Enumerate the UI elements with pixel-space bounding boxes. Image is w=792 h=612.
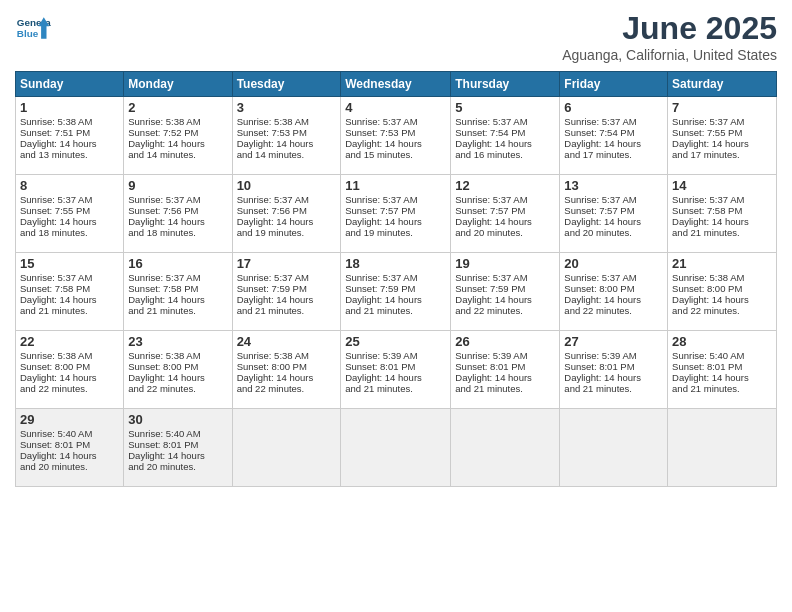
day-info-line: Daylight: 14 hours bbox=[128, 294, 227, 305]
day-info-line: and 14 minutes. bbox=[237, 149, 337, 160]
day-info-line: Sunrise: 5:38 AM bbox=[672, 272, 772, 283]
day-info-line: Sunrise: 5:37 AM bbox=[237, 272, 337, 283]
day-info-line: and 15 minutes. bbox=[345, 149, 446, 160]
day-info-line: Sunset: 8:01 PM bbox=[20, 439, 119, 450]
day-info-line: Daylight: 14 hours bbox=[564, 216, 663, 227]
day-number: 18 bbox=[345, 256, 446, 271]
day-info-line: and 18 minutes. bbox=[20, 227, 119, 238]
calendar-cell bbox=[560, 409, 668, 487]
calendar-cell: 4Sunrise: 5:37 AMSunset: 7:53 PMDaylight… bbox=[341, 97, 451, 175]
day-info-line: Sunset: 8:00 PM bbox=[564, 283, 663, 294]
day-info-line: and 22 minutes. bbox=[20, 383, 119, 394]
calendar-cell: 6Sunrise: 5:37 AMSunset: 7:54 PMDaylight… bbox=[560, 97, 668, 175]
day-info-line: and 14 minutes. bbox=[128, 149, 227, 160]
day-number: 25 bbox=[345, 334, 446, 349]
day-info-line: Sunset: 7:58 PM bbox=[20, 283, 119, 294]
day-info-line: Daylight: 14 hours bbox=[345, 372, 446, 383]
day-info-line: and 19 minutes. bbox=[345, 227, 446, 238]
calendar-cell: 29Sunrise: 5:40 AMSunset: 8:01 PMDayligh… bbox=[16, 409, 124, 487]
col-friday: Friday bbox=[560, 72, 668, 97]
day-number: 12 bbox=[455, 178, 555, 193]
calendar-cell: 24Sunrise: 5:38 AMSunset: 8:00 PMDayligh… bbox=[232, 331, 341, 409]
day-info-line: Daylight: 14 hours bbox=[20, 372, 119, 383]
location: Aguanga, California, United States bbox=[562, 47, 777, 63]
day-number: 27 bbox=[564, 334, 663, 349]
calendar-cell: 7Sunrise: 5:37 AMSunset: 7:55 PMDaylight… bbox=[668, 97, 777, 175]
day-number: 4 bbox=[345, 100, 446, 115]
day-info-line: and 20 minutes. bbox=[455, 227, 555, 238]
day-info-line: Sunrise: 5:38 AM bbox=[128, 350, 227, 361]
day-info-line: Daylight: 14 hours bbox=[564, 294, 663, 305]
day-info-line: Sunset: 7:51 PM bbox=[20, 127, 119, 138]
day-info-line: Daylight: 14 hours bbox=[237, 138, 337, 149]
day-info-line: and 17 minutes. bbox=[672, 149, 772, 160]
calendar-cell: 9Sunrise: 5:37 AMSunset: 7:56 PMDaylight… bbox=[124, 175, 232, 253]
col-sunday: Sunday bbox=[16, 72, 124, 97]
day-info-line: Sunset: 7:53 PM bbox=[237, 127, 337, 138]
day-info-line: Sunset: 7:53 PM bbox=[345, 127, 446, 138]
day-number: 9 bbox=[128, 178, 227, 193]
day-info-line: Daylight: 14 hours bbox=[345, 138, 446, 149]
day-info-line: Sunrise: 5:37 AM bbox=[455, 116, 555, 127]
day-info-line: Sunset: 7:56 PM bbox=[128, 205, 227, 216]
day-info-line: and 16 minutes. bbox=[455, 149, 555, 160]
calendar-cell: 19Sunrise: 5:37 AMSunset: 7:59 PMDayligh… bbox=[451, 253, 560, 331]
calendar-cell: 23Sunrise: 5:38 AMSunset: 8:00 PMDayligh… bbox=[124, 331, 232, 409]
day-info-line: Daylight: 14 hours bbox=[237, 372, 337, 383]
calendar-cell: 2Sunrise: 5:38 AMSunset: 7:52 PMDaylight… bbox=[124, 97, 232, 175]
calendar-cell bbox=[668, 409, 777, 487]
day-info-line: and 20 minutes. bbox=[564, 227, 663, 238]
calendar-cell: 8Sunrise: 5:37 AMSunset: 7:55 PMDaylight… bbox=[16, 175, 124, 253]
week-row: 15Sunrise: 5:37 AMSunset: 7:58 PMDayligh… bbox=[16, 253, 777, 331]
day-info-line: Sunset: 7:58 PM bbox=[128, 283, 227, 294]
day-info-line: Sunrise: 5:39 AM bbox=[564, 350, 663, 361]
day-info-line: and 21 minutes. bbox=[345, 305, 446, 316]
day-info-line: Sunrise: 5:40 AM bbox=[128, 428, 227, 439]
day-info-line: and 21 minutes. bbox=[672, 227, 772, 238]
day-info-line: Sunrise: 5:37 AM bbox=[128, 194, 227, 205]
day-number: 6 bbox=[564, 100, 663, 115]
day-number: 2 bbox=[128, 100, 227, 115]
day-info-line: Daylight: 14 hours bbox=[128, 450, 227, 461]
day-info-line: Sunset: 8:01 PM bbox=[672, 361, 772, 372]
day-info-line: Sunrise: 5:39 AM bbox=[455, 350, 555, 361]
day-info-line: Daylight: 14 hours bbox=[455, 372, 555, 383]
day-info-line: Sunset: 7:57 PM bbox=[455, 205, 555, 216]
col-saturday: Saturday bbox=[668, 72, 777, 97]
day-info-line: Daylight: 14 hours bbox=[455, 216, 555, 227]
day-number: 19 bbox=[455, 256, 555, 271]
day-info-line: and 21 minutes. bbox=[345, 383, 446, 394]
day-number: 24 bbox=[237, 334, 337, 349]
day-info-line: and 22 minutes. bbox=[128, 383, 227, 394]
day-info-line: Sunset: 7:59 PM bbox=[455, 283, 555, 294]
month-title: June 2025 bbox=[562, 10, 777, 47]
day-info-line: Sunrise: 5:40 AM bbox=[20, 428, 119, 439]
day-info-line: Daylight: 14 hours bbox=[564, 138, 663, 149]
day-info-line: Sunset: 8:01 PM bbox=[345, 361, 446, 372]
day-info-line: Daylight: 14 hours bbox=[672, 372, 772, 383]
day-info-line: Sunrise: 5:37 AM bbox=[455, 194, 555, 205]
day-info-line: Sunset: 7:56 PM bbox=[237, 205, 337, 216]
day-info-line: Sunrise: 5:38 AM bbox=[20, 350, 119, 361]
calendar-cell: 11Sunrise: 5:37 AMSunset: 7:57 PMDayligh… bbox=[341, 175, 451, 253]
day-info-line: Sunset: 7:59 PM bbox=[237, 283, 337, 294]
day-info-line: Sunrise: 5:37 AM bbox=[128, 272, 227, 283]
day-info-line: Sunset: 7:55 PM bbox=[672, 127, 772, 138]
day-info-line: Sunset: 7:59 PM bbox=[345, 283, 446, 294]
day-info-line: Sunset: 7:54 PM bbox=[564, 127, 663, 138]
day-number: 30 bbox=[128, 412, 227, 427]
calendar-cell: 1Sunrise: 5:38 AMSunset: 7:51 PMDaylight… bbox=[16, 97, 124, 175]
day-info-line: and 21 minutes. bbox=[237, 305, 337, 316]
day-info-line: Daylight: 14 hours bbox=[237, 294, 337, 305]
calendar-cell: 14Sunrise: 5:37 AMSunset: 7:58 PMDayligh… bbox=[668, 175, 777, 253]
day-info-line: Sunset: 8:00 PM bbox=[20, 361, 119, 372]
day-number: 23 bbox=[128, 334, 227, 349]
header-area: General Blue June 2025 Aguanga, Californ… bbox=[15, 10, 777, 63]
day-info-line: Sunrise: 5:37 AM bbox=[672, 116, 772, 127]
day-info-line: Daylight: 14 hours bbox=[672, 216, 772, 227]
col-thursday: Thursday bbox=[451, 72, 560, 97]
calendar-cell: 25Sunrise: 5:39 AMSunset: 8:01 PMDayligh… bbox=[341, 331, 451, 409]
day-info-line: Sunrise: 5:38 AM bbox=[237, 116, 337, 127]
day-info-line: Sunrise: 5:37 AM bbox=[564, 194, 663, 205]
calendar-cell: 22Sunrise: 5:38 AMSunset: 8:00 PMDayligh… bbox=[16, 331, 124, 409]
